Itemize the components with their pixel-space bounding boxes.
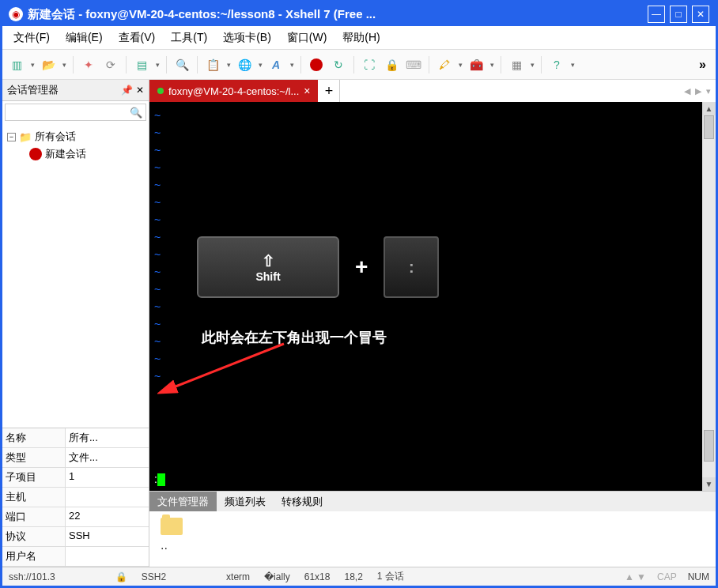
- tab-file-manager[interactable]: 文件管理器: [149, 492, 217, 511]
- menu-view[interactable]: 查看(V): [115, 29, 159, 47]
- property-row[interactable]: 名称所有...: [2, 428, 149, 448]
- property-value: 22: [66, 507, 149, 526]
- parent-dir[interactable]: ..: [161, 538, 705, 552]
- disconnect-icon[interactable]: ⟳: [101, 55, 120, 74]
- property-value: [66, 488, 149, 507]
- separator: [126, 56, 127, 74]
- scroll-track[interactable]: [702, 115, 716, 477]
- properties-grid: 名称所有...类型文件...子项目1主机端口22协议SSH用户名: [2, 428, 149, 567]
- status-dot-icon: [157, 88, 164, 94]
- dropdown-icon[interactable]: ▾: [529, 61, 535, 69]
- dropdown-icon[interactable]: ▾: [569, 61, 576, 69]
- profile-icon[interactable]: ▤: [132, 55, 151, 74]
- property-value: [66, 547, 149, 566]
- dropdown-icon[interactable]: ▾: [61, 61, 67, 69]
- grid-icon[interactable]: ▦: [507, 55, 526, 74]
- scroll-thumb[interactable]: [704, 115, 714, 139]
- vim-command-line[interactable]: :: [154, 473, 165, 486]
- panel-close-icon[interactable]: ✕: [136, 85, 144, 96]
- tab-next-icon[interactable]: ▶: [695, 86, 701, 96]
- panel-header: 会话管理器 📌 ✕: [2, 80, 149, 101]
- tree-root[interactable]: − 📁 所有会话: [7, 128, 144, 145]
- open-icon[interactable]: 📂: [39, 55, 58, 74]
- minimize-button[interactable]: —: [648, 6, 665, 23]
- dropdown-icon[interactable]: ▾: [154, 61, 161, 69]
- tree-child-label: 新建会话: [45, 147, 86, 161]
- status-connection: ssh://101.3: [9, 571, 55, 582]
- property-row[interactable]: 协议SSH: [2, 527, 149, 547]
- main-area: 会话管理器 📌 ✕ 🔍 − 📁 所有会话 新建会话 名称所有...类型文件...…: [2, 80, 716, 567]
- status-sessions: 1 会话: [377, 570, 404, 583]
- tab-menu-icon[interactable]: ▾: [706, 86, 711, 96]
- overflow-icon[interactable]: »: [694, 58, 711, 72]
- toolbar: ▥▾ 📂▾ ✦ ⟳ ▤▾ 🔍 📋▾ 🌐▾ A▾ ↻ ⛶ 🔒 ⌨ 🖍▾ 🧰▾ ▦▾…: [2, 50, 716, 80]
- tab-nav: ◀ ▶ ▾: [679, 80, 716, 102]
- menu-tabs[interactable]: 选项卡(B): [220, 29, 274, 47]
- tree-child[interactable]: 新建会话: [7, 145, 144, 163]
- shift-key-graphic: ⇧ Shift: [197, 236, 339, 298]
- reconnect-icon[interactable]: ✦: [79, 55, 98, 74]
- tab-channel-list[interactable]: 频道列表: [217, 492, 274, 511]
- tab-prev-icon[interactable]: ◀: [684, 86, 690, 96]
- tab-transfer-rules[interactable]: 转移规则: [274, 492, 331, 511]
- folder-icon: 📁: [19, 131, 32, 143]
- updown-icon[interactable]: ▲ ▼: [625, 571, 646, 582]
- separator: [541, 56, 542, 74]
- folder-icon[interactable]: [161, 518, 183, 535]
- scroll-up-icon[interactable]: ▲: [702, 102, 716, 115]
- scroll-down-icon[interactable]: ▼: [702, 477, 716, 491]
- spiral-icon[interactable]: [307, 55, 326, 74]
- menu-tools[interactable]: 工具(T): [168, 29, 210, 47]
- dropdown-icon[interactable]: ▾: [257, 61, 263, 69]
- colon-label: :: [409, 258, 414, 277]
- scroll-thumb[interactable]: [704, 430, 714, 462]
- terminal-tab[interactable]: foxny@VM-20-4-centos:~/l... ×: [149, 80, 318, 102]
- status-cap: CAP: [657, 571, 677, 582]
- help-icon[interactable]: ?: [547, 55, 566, 74]
- search-icon[interactable]: 🔍: [172, 55, 191, 74]
- menu-file[interactable]: 文件(F): [10, 29, 53, 47]
- pin-icon[interactable]: 📌: [121, 85, 133, 96]
- fullscreen-icon[interactable]: ⛶: [360, 55, 379, 74]
- property-row[interactable]: 子项目1: [2, 468, 149, 488]
- new-tab-button[interactable]: +: [318, 80, 340, 102]
- highlight-icon[interactable]: 🖍: [435, 55, 454, 74]
- colon-key-graphic: :: [384, 236, 439, 298]
- separator: [429, 56, 429, 74]
- property-row[interactable]: 类型文件...: [2, 448, 149, 468]
- maximize-button[interactable]: □: [670, 6, 687, 23]
- session-search[interactable]: 🔍: [5, 104, 146, 121]
- font-icon[interactable]: A: [266, 55, 285, 74]
- property-row[interactable]: 主机: [2, 488, 149, 507]
- menu-edit[interactable]: 编辑(E): [62, 29, 106, 47]
- menu-window[interactable]: 窗口(W): [284, 29, 331, 47]
- status-pos: 18,2: [344, 571, 362, 582]
- property-value: 1: [66, 468, 149, 487]
- dropdown-icon[interactable]: ▾: [29, 61, 36, 69]
- bookmark-icon[interactable]: 🧰: [467, 55, 486, 74]
- copy-icon[interactable]: 📋: [203, 55, 222, 74]
- terminal[interactable]: ~~~~~~~~~~~~~~~~ ⇧ Shift + : 此时会在左下角出现一个…: [149, 102, 702, 491]
- search-icon[interactable]: 🔍: [130, 107, 142, 119]
- collapse-icon[interactable]: −: [7, 133, 16, 141]
- dropdown-icon[interactable]: ▾: [225, 61, 232, 69]
- vertical-scrollbar[interactable]: ▲ ▼: [702, 102, 716, 491]
- new-session-icon[interactable]: ▥: [7, 55, 26, 74]
- search-input[interactable]: [9, 107, 130, 118]
- property-key: 主机: [2, 488, 66, 507]
- tab-close-icon[interactable]: ×: [304, 85, 310, 97]
- property-row[interactable]: 用户名: [2, 547, 149, 567]
- lock-icon[interactable]: 🔒: [382, 55, 401, 74]
- property-row[interactable]: 端口22: [2, 507, 149, 527]
- close-button[interactable]: ✕: [692, 6, 709, 23]
- file-manager-pane: ..: [149, 511, 716, 567]
- dropdown-icon[interactable]: ▾: [457, 61, 463, 69]
- globe-icon[interactable]: 🌐: [235, 55, 254, 74]
- keyboard-icon[interactable]: ⌨: [404, 55, 423, 74]
- arrow-up-icon: ⇧: [262, 251, 275, 270]
- dropdown-icon[interactable]: ▾: [289, 61, 295, 69]
- menu-help[interactable]: 帮助(H): [339, 29, 383, 47]
- tree-root-label: 所有会话: [35, 130, 76, 144]
- refresh-icon[interactable]: ↻: [329, 55, 348, 74]
- dropdown-icon[interactable]: ▾: [489, 61, 495, 69]
